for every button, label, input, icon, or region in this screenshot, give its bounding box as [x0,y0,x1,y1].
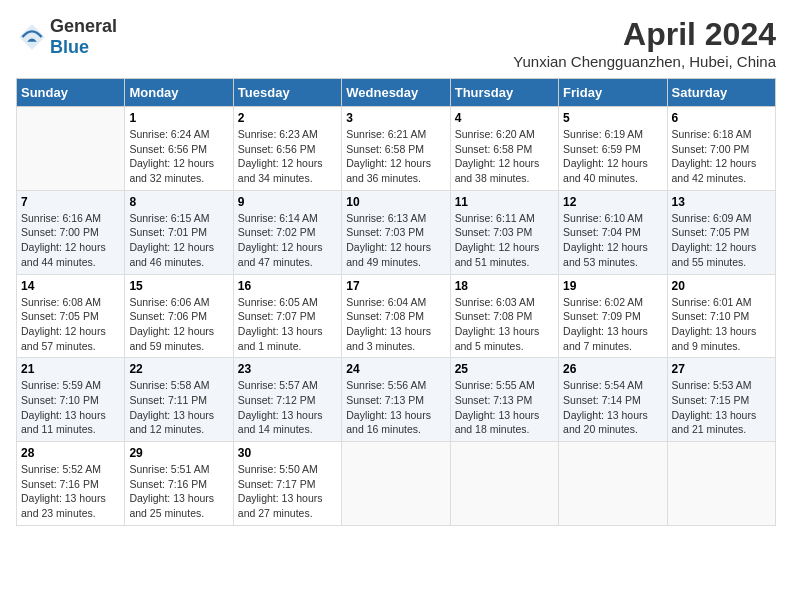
location-title: Yunxian Chengguanzhen, Hubei, China [513,53,776,70]
day-number: 26 [563,362,662,376]
title-block: April 2024 Yunxian Chengguanzhen, Hubei,… [513,16,776,70]
day-number: 2 [238,111,337,125]
day-number: 20 [672,279,771,293]
day-info: Sunrise: 6:06 AM Sunset: 7:06 PM Dayligh… [129,295,228,354]
day-number: 16 [238,279,337,293]
calendar-day-cell: 9Sunrise: 6:14 AM Sunset: 7:02 PM Daylig… [233,190,341,274]
day-info: Sunrise: 6:13 AM Sunset: 7:03 PM Dayligh… [346,211,445,270]
calendar-day-cell: 12Sunrise: 6:10 AM Sunset: 7:04 PM Dayli… [559,190,667,274]
day-info: Sunrise: 6:11 AM Sunset: 7:03 PM Dayligh… [455,211,554,270]
calendar-week-row: 14Sunrise: 6:08 AM Sunset: 7:05 PM Dayli… [17,274,776,358]
day-info: Sunrise: 6:19 AM Sunset: 6:59 PM Dayligh… [563,127,662,186]
day-number: 3 [346,111,445,125]
calendar-day-cell: 24Sunrise: 5:56 AM Sunset: 7:13 PM Dayli… [342,358,450,442]
calendar-day-cell: 18Sunrise: 6:03 AM Sunset: 7:08 PM Dayli… [450,274,558,358]
day-number: 11 [455,195,554,209]
calendar-day-cell: 2Sunrise: 6:23 AM Sunset: 6:56 PM Daylig… [233,107,341,191]
calendar-day-cell: 25Sunrise: 5:55 AM Sunset: 7:13 PM Dayli… [450,358,558,442]
day-number: 7 [21,195,120,209]
calendar-table: SundayMondayTuesdayWednesdayThursdayFrid… [16,78,776,526]
calendar-day-cell: 30Sunrise: 5:50 AM Sunset: 7:17 PM Dayli… [233,442,341,526]
calendar-day-cell: 17Sunrise: 6:04 AM Sunset: 7:08 PM Dayli… [342,274,450,358]
day-number: 8 [129,195,228,209]
weekday-header-tuesday: Tuesday [233,79,341,107]
day-info: Sunrise: 5:58 AM Sunset: 7:11 PM Dayligh… [129,378,228,437]
day-number: 10 [346,195,445,209]
day-info: Sunrise: 5:52 AM Sunset: 7:16 PM Dayligh… [21,462,120,521]
day-info: Sunrise: 6:04 AM Sunset: 7:08 PM Dayligh… [346,295,445,354]
calendar-day-cell: 13Sunrise: 6:09 AM Sunset: 7:05 PM Dayli… [667,190,775,274]
day-number: 23 [238,362,337,376]
day-info: Sunrise: 6:05 AM Sunset: 7:07 PM Dayligh… [238,295,337,354]
calendar-day-cell: 20Sunrise: 6:01 AM Sunset: 7:10 PM Dayli… [667,274,775,358]
calendar-week-row: 21Sunrise: 5:59 AM Sunset: 7:10 PM Dayli… [17,358,776,442]
calendar-day-cell [450,442,558,526]
day-info: Sunrise: 5:54 AM Sunset: 7:14 PM Dayligh… [563,378,662,437]
weekday-header-friday: Friday [559,79,667,107]
day-number: 17 [346,279,445,293]
weekday-header-monday: Monday [125,79,233,107]
day-number: 1 [129,111,228,125]
day-info: Sunrise: 5:51 AM Sunset: 7:16 PM Dayligh… [129,462,228,521]
day-number: 19 [563,279,662,293]
calendar-day-cell: 4Sunrise: 6:20 AM Sunset: 6:58 PM Daylig… [450,107,558,191]
month-title: April 2024 [513,16,776,53]
calendar-day-cell: 19Sunrise: 6:02 AM Sunset: 7:09 PM Dayli… [559,274,667,358]
calendar-day-cell: 16Sunrise: 6:05 AM Sunset: 7:07 PM Dayli… [233,274,341,358]
day-info: Sunrise: 5:55 AM Sunset: 7:13 PM Dayligh… [455,378,554,437]
calendar-day-cell: 3Sunrise: 6:21 AM Sunset: 6:58 PM Daylig… [342,107,450,191]
day-number: 21 [21,362,120,376]
calendar-day-cell: 26Sunrise: 5:54 AM Sunset: 7:14 PM Dayli… [559,358,667,442]
day-number: 4 [455,111,554,125]
day-number: 14 [21,279,120,293]
day-info: Sunrise: 6:20 AM Sunset: 6:58 PM Dayligh… [455,127,554,186]
weekday-header-saturday: Saturday [667,79,775,107]
day-info: Sunrise: 5:57 AM Sunset: 7:12 PM Dayligh… [238,378,337,437]
page-header: General Blue April 2024 Yunxian Chenggua… [16,16,776,70]
calendar-day-cell [17,107,125,191]
day-number: 6 [672,111,771,125]
weekday-header-thursday: Thursday [450,79,558,107]
calendar-day-cell: 14Sunrise: 6:08 AM Sunset: 7:05 PM Dayli… [17,274,125,358]
day-info: Sunrise: 6:03 AM Sunset: 7:08 PM Dayligh… [455,295,554,354]
day-number: 28 [21,446,120,460]
day-info: Sunrise: 6:16 AM Sunset: 7:00 PM Dayligh… [21,211,120,270]
calendar-day-cell: 8Sunrise: 6:15 AM Sunset: 7:01 PM Daylig… [125,190,233,274]
logo-general: General [50,16,117,36]
day-number: 22 [129,362,228,376]
calendar-day-cell: 6Sunrise: 6:18 AM Sunset: 7:00 PM Daylig… [667,107,775,191]
weekday-header-sunday: Sunday [17,79,125,107]
day-number: 27 [672,362,771,376]
day-info: Sunrise: 6:23 AM Sunset: 6:56 PM Dayligh… [238,127,337,186]
calendar-day-cell [559,442,667,526]
day-number: 18 [455,279,554,293]
day-info: Sunrise: 6:09 AM Sunset: 7:05 PM Dayligh… [672,211,771,270]
calendar-day-cell: 29Sunrise: 5:51 AM Sunset: 7:16 PM Dayli… [125,442,233,526]
day-info: Sunrise: 6:01 AM Sunset: 7:10 PM Dayligh… [672,295,771,354]
day-number: 15 [129,279,228,293]
calendar-day-cell: 27Sunrise: 5:53 AM Sunset: 7:15 PM Dayli… [667,358,775,442]
day-number: 9 [238,195,337,209]
day-number: 30 [238,446,337,460]
day-number: 5 [563,111,662,125]
logo: General Blue [16,16,117,58]
calendar-day-cell: 10Sunrise: 6:13 AM Sunset: 7:03 PM Dayli… [342,190,450,274]
day-info: Sunrise: 6:02 AM Sunset: 7:09 PM Dayligh… [563,295,662,354]
logo-blue: Blue [50,37,89,57]
calendar-day-cell: 11Sunrise: 6:11 AM Sunset: 7:03 PM Dayli… [450,190,558,274]
calendar-week-row: 28Sunrise: 5:52 AM Sunset: 7:16 PM Dayli… [17,442,776,526]
calendar-week-row: 7Sunrise: 6:16 AM Sunset: 7:00 PM Daylig… [17,190,776,274]
day-info: Sunrise: 5:53 AM Sunset: 7:15 PM Dayligh… [672,378,771,437]
calendar-day-cell [342,442,450,526]
logo-icon [16,21,48,53]
day-info: Sunrise: 6:14 AM Sunset: 7:02 PM Dayligh… [238,211,337,270]
calendar-day-cell: 1Sunrise: 6:24 AM Sunset: 6:56 PM Daylig… [125,107,233,191]
calendar-day-cell: 22Sunrise: 5:58 AM Sunset: 7:11 PM Dayli… [125,358,233,442]
calendar-day-cell: 23Sunrise: 5:57 AM Sunset: 7:12 PM Dayli… [233,358,341,442]
day-number: 12 [563,195,662,209]
day-info: Sunrise: 5:50 AM Sunset: 7:17 PM Dayligh… [238,462,337,521]
day-number: 29 [129,446,228,460]
day-info: Sunrise: 6:18 AM Sunset: 7:00 PM Dayligh… [672,127,771,186]
day-number: 25 [455,362,554,376]
day-info: Sunrise: 6:24 AM Sunset: 6:56 PM Dayligh… [129,127,228,186]
